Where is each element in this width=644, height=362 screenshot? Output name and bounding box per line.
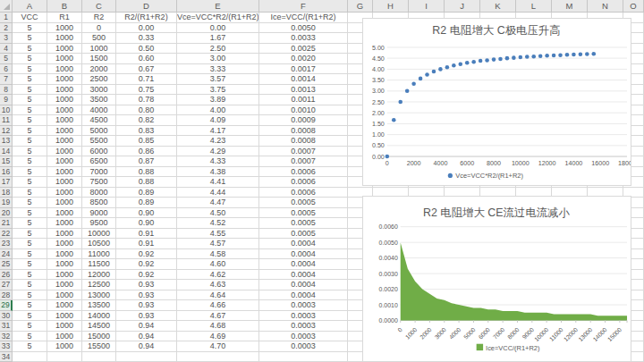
row-header-21[interactable]: 21: [0, 218, 13, 229]
column-header-C[interactable]: C: [82, 0, 116, 13]
cell-C9[interactable]: 3500: [82, 95, 116, 105]
cell-E30[interactable]: 4.67: [177, 311, 259, 322]
cell-D8[interactable]: 0.75: [116, 85, 177, 96]
cell-B12[interactable]: 1000: [47, 126, 82, 137]
cell-C6[interactable]: 2000: [82, 64, 116, 75]
cell-F29[interactable]: 0.0003: [259, 300, 348, 311]
cell-D20[interactable]: 0.90: [116, 208, 177, 219]
cell-B17[interactable]: 1000: [47, 177, 82, 188]
cell-A32[interactable]: 5: [13, 332, 47, 342]
cell-F11[interactable]: 0.0009: [259, 115, 348, 126]
cell-F8[interactable]: 0.0013: [259, 85, 348, 96]
cell-C11[interactable]: 4500: [82, 115, 116, 126]
cell-A14[interactable]: 5: [13, 147, 47, 157]
cell-D4[interactable]: 0.50: [116, 44, 177, 55]
row-header-32[interactable]: 32: [0, 332, 13, 342]
cell-D32[interactable]: 0.94: [116, 332, 177, 342]
cell-A20[interactable]: 5: [13, 208, 47, 219]
cell-C1[interactable]: R2: [82, 13, 116, 23]
cell-D34[interactable]: [116, 352, 177, 362]
row-header-3[interactable]: 3: [0, 33, 13, 44]
cell-C18[interactable]: 8000: [82, 188, 116, 198]
row-header-26[interactable]: 26: [0, 270, 13, 281]
cell-F4[interactable]: 0.0025: [259, 44, 348, 55]
cell-B20[interactable]: 1000: [47, 208, 82, 219]
cell-B22[interactable]: 1000: [47, 229, 82, 240]
cell-F17[interactable]: 0.0006: [259, 177, 348, 188]
cell-D15[interactable]: 0.87: [116, 156, 177, 167]
cell-B8[interactable]: 1000: [47, 85, 82, 96]
cell-C30[interactable]: 14000: [82, 311, 116, 322]
column-header-G[interactable]: G: [348, 0, 373, 13]
row-header-19[interactable]: 19: [0, 198, 13, 208]
cell-B1[interactable]: R1: [47, 13, 82, 23]
column-header-K[interactable]: K: [480, 0, 516, 13]
cell-C17[interactable]: 7500: [82, 177, 116, 188]
cell-E7[interactable]: 3.57: [177, 74, 259, 85]
cell-A23[interactable]: 5: [13, 239, 47, 249]
column-header-E[interactable]: E: [177, 0, 259, 13]
cell-A4[interactable]: 5: [13, 44, 47, 55]
cell-E13[interactable]: 4.23: [177, 136, 259, 147]
cell-F16[interactable]: 0.0006: [259, 167, 348, 178]
cell-E23[interactable]: 4.57: [177, 239, 259, 249]
cell-D19[interactable]: 0.89: [116, 198, 177, 208]
cell-F9[interactable]: 0.0011: [259, 95, 348, 105]
row-header-17[interactable]: 17: [0, 177, 13, 188]
row-header-30[interactable]: 30: [0, 311, 13, 322]
cell-D6[interactable]: 0.67: [116, 64, 177, 75]
cell-F31[interactable]: 0.0003: [259, 321, 348, 332]
cell-A28[interactable]: 5: [13, 290, 47, 301]
cell-C21[interactable]: 9500: [82, 218, 116, 229]
cell-C20[interactable]: 9000: [82, 208, 116, 219]
cell-E24[interactable]: 4.58: [177, 249, 259, 260]
cell-B29[interactable]: 1000: [47, 300, 82, 311]
cell-B24[interactable]: 1000: [47, 249, 82, 260]
cell-B7[interactable]: 1000: [47, 74, 82, 85]
cell-C15[interactable]: 6500: [82, 156, 116, 167]
column-header-D[interactable]: D: [116, 0, 177, 13]
row-header-1[interactable]: 1: [0, 13, 13, 23]
row-header-13[interactable]: 13: [0, 136, 13, 147]
cell-F27[interactable]: 0.0004: [259, 280, 348, 290]
chart-ice-area[interactable]: 0.00000.00100.00200.00300.00400.00500.00…: [362, 196, 631, 362]
cell-A22[interactable]: 5: [13, 229, 47, 240]
row-header-8[interactable]: 8: [0, 85, 13, 96]
cell-D7[interactable]: 0.71: [116, 74, 177, 85]
column-header-B[interactable]: B: [47, 0, 82, 13]
column-header-F[interactable]: F: [259, 0, 348, 13]
cell-A31[interactable]: 5: [13, 321, 47, 332]
cell-B28[interactable]: 1000: [47, 290, 82, 301]
cell-A1[interactable]: VCC: [13, 13, 47, 23]
cell-F6[interactable]: 0.0017: [259, 64, 348, 75]
cell-A18[interactable]: 5: [13, 188, 47, 198]
row-header-2[interactable]: 2: [0, 23, 13, 34]
cell-F10[interactable]: 0.0010: [259, 105, 348, 116]
cell-F33[interactable]: 0.0003: [259, 341, 348, 352]
cell-A21[interactable]: 5: [13, 218, 47, 229]
cell-A10[interactable]: 5: [13, 105, 47, 116]
row-header-34[interactable]: 34: [0, 352, 13, 362]
row-header-7[interactable]: 7: [0, 74, 13, 85]
cell-B31[interactable]: 1000: [47, 321, 82, 332]
cell-C22[interactable]: 10000: [82, 229, 116, 240]
cell-E6[interactable]: 3.33: [177, 64, 259, 75]
cell-A26[interactable]: 5: [13, 270, 47, 281]
cell-E10[interactable]: 4.00: [177, 105, 259, 116]
cell-E25[interactable]: 4.60: [177, 259, 259, 270]
cell-C31[interactable]: 14500: [82, 321, 116, 332]
cell-C4[interactable]: 1000: [82, 44, 116, 55]
column-header-I[interactable]: I: [409, 0, 445, 13]
cell-F2[interactable]: 0.0050: [259, 23, 348, 34]
row-header-11[interactable]: 11: [0, 115, 13, 126]
cell-E9[interactable]: 3.89: [177, 95, 259, 105]
cell-F22[interactable]: 0.0005: [259, 229, 348, 240]
cell-B11[interactable]: 1000: [47, 115, 82, 126]
cell-A24[interactable]: 5: [13, 249, 47, 260]
cell-B34[interactable]: [47, 352, 82, 362]
row-header-20[interactable]: 20: [0, 208, 13, 219]
row-header-16[interactable]: 16: [0, 167, 13, 178]
row-header-18[interactable]: 18: [0, 188, 13, 198]
cell-C14[interactable]: 6000: [82, 147, 116, 157]
cell-C5[interactable]: 1500: [82, 54, 116, 64]
